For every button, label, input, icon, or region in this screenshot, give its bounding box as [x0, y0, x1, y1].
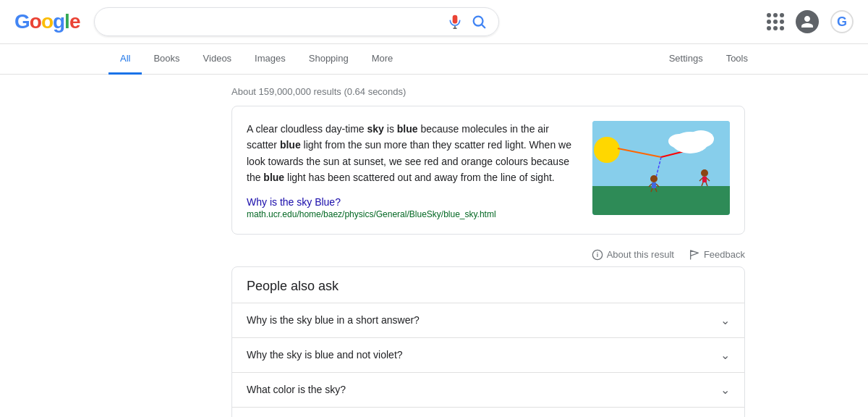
- apps-icon[interactable]: [767, 13, 784, 30]
- tab-books[interactable]: Books: [142, 44, 191, 75]
- svg-rect-5: [592, 186, 730, 215]
- snippet-text: A clear cloudless day-time sky is blue b…: [247, 121, 578, 186]
- people-also-ask-box: People also ask Why is the sky blue in a…: [231, 266, 745, 417]
- chevron-down-icon-1: ⌄: [720, 313, 730, 327]
- paa-title: People also ask: [232, 267, 744, 303]
- flag-icon: [689, 249, 700, 261]
- tab-videos[interactable]: Videos: [192, 44, 244, 75]
- paa-question-1[interactable]: Why is the sky blue in a short answer? ⌄: [232, 303, 744, 338]
- snippet-image: [592, 121, 730, 215]
- search-input[interactable]: why is the sky blue: [106, 15, 441, 28]
- snippet-link[interactable]: Why is the sky Blue?: [247, 196, 578, 208]
- paa-question-4[interactable]: What is the sky made up of? ⌄: [232, 408, 744, 417]
- tab-more[interactable]: More: [360, 44, 405, 75]
- main-content: About 159,000,000 results (0.64 seconds)…: [123, 75, 745, 417]
- chevron-down-icon-2: ⌄: [720, 348, 730, 362]
- mic-icon[interactable]: [448, 14, 462, 29]
- feedback-link[interactable]: Feedback: [689, 249, 745, 261]
- google-logo[interactable]: Google: [14, 10, 80, 33]
- google-account-icon[interactable]: G: [830, 10, 854, 33]
- svg-rect-14: [652, 182, 656, 188]
- paa-question-2[interactable]: Why the sky is blue and not violet? ⌄: [232, 338, 744, 373]
- snippet-body: A clear cloudless day-time sky is blue b…: [247, 121, 578, 219]
- svg-rect-20: [702, 177, 707, 182]
- svg-point-19: [701, 169, 708, 177]
- tab-settings[interactable]: Settings: [658, 44, 715, 75]
- snippet-url: math.ucr.edu/home/baez/physics/General/B…: [247, 209, 578, 219]
- tab-images[interactable]: Images: [243, 44, 297, 75]
- paa-question-3[interactable]: What color is the sky? ⌄: [232, 373, 744, 408]
- tab-tools[interactable]: Tools: [715, 44, 760, 75]
- svg-point-12: [668, 134, 690, 148]
- header: Google why is the sky blue: [0, 0, 868, 44]
- avatar[interactable]: [796, 10, 819, 33]
- about-this-result[interactable]: i About this result: [592, 249, 674, 261]
- search-bar: why is the sky blue: [94, 7, 499, 36]
- search-icon[interactable]: [471, 14, 487, 30]
- results-count: About 159,000,000 results (0.64 seconds): [231, 75, 745, 106]
- about-feedback-row: i About this result Feedback: [231, 243, 745, 266]
- info-icon: i: [592, 249, 603, 261]
- svg-line-3: [482, 25, 485, 28]
- svg-point-13: [650, 175, 658, 182]
- svg-text:i: i: [596, 251, 597, 258]
- featured-snippet: A clear cloudless day-time sky is blue b…: [231, 106, 745, 235]
- tab-shopping[interactable]: Shopping: [297, 44, 360, 75]
- svg-point-11: [688, 130, 714, 148]
- tab-all[interactable]: All: [109, 44, 142, 75]
- header-right: G: [767, 10, 854, 33]
- chevron-down-icon-3: ⌄: [720, 383, 730, 397]
- svg-point-6: [594, 137, 620, 163]
- nav-tabs: All Books Videos Images Shopping More Se…: [0, 44, 868, 75]
